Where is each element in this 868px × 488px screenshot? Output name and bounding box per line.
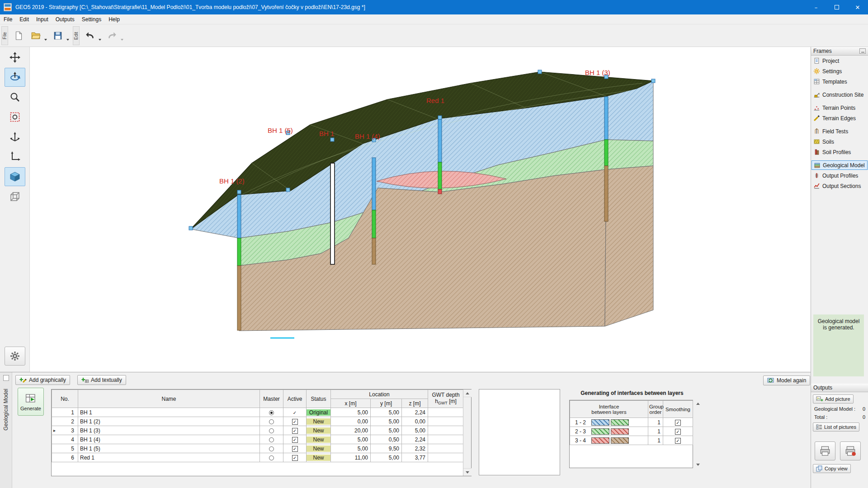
group-order-value[interactable]: 1 (648, 418, 663, 427)
gwt-depth[interactable] (428, 444, 464, 453)
interfaces-scroll-up-icon[interactable] (695, 401, 701, 406)
print-button[interactable] (815, 441, 835, 460)
borehole-name[interactable]: BH 1 (5) (78, 444, 260, 453)
undo-button[interactable] (81, 27, 99, 45)
borehole-name[interactable]: BH 1 (4) (78, 435, 260, 444)
borehole-bh1-2[interactable] (237, 195, 241, 330)
move-tool[interactable] (5, 48, 25, 67)
borehole-row[interactable]: ▸3 BH 1 (3) ✓ New 20,00 5,00 5,00 (52, 426, 464, 435)
axes-2d-tool[interactable] (5, 147, 25, 166)
frames-item-soils[interactable]: Soils (811, 136, 868, 147)
master-radio[interactable] (269, 410, 274, 415)
view-3d-tool[interactable] (5, 167, 25, 186)
borehole-row[interactable]: 1 BH 1 ✓ Original 5,00 5,00 2,24 (52, 408, 464, 417)
generate-button[interactable]: Generate (18, 388, 44, 416)
active-checkbox[interactable]: ✓ (293, 410, 297, 415)
model-canvas[interactable]: BH 1 (3) Red 1 BH 1 (5) BH 1 BH 1 (4) BH… (30, 47, 811, 372)
master-radio[interactable] (269, 455, 274, 460)
borehole-row[interactable]: 6 Red 1 ✓ New 11,00 5,00 3,77 (52, 453, 464, 462)
master-radio[interactable] (269, 446, 274, 451)
borehole-bh1-4[interactable] (372, 158, 376, 264)
gwt-depth[interactable] (428, 426, 464, 435)
save-file-button[interactable] (49, 27, 66, 45)
borehole-red1[interactable] (438, 119, 442, 194)
gwt-depth[interactable] (428, 408, 464, 417)
zoom-window-tool[interactable] (5, 108, 25, 127)
active-checkbox[interactable]: ✓ (292, 428, 298, 434)
borehole-bh1-3[interactable] (604, 97, 608, 221)
borehole-name[interactable]: Red 1 (78, 453, 260, 462)
add-picture-button[interactable]: Add picture (813, 394, 854, 404)
zoom-tool[interactable] (5, 88, 25, 107)
borehole-name[interactable]: BH 1 (3) (78, 426, 260, 435)
menu-input[interactable]: Input (33, 14, 52, 24)
open-dropdown-caret[interactable] (44, 39, 47, 41)
master-radio[interactable] (269, 437, 274, 442)
active-checkbox[interactable]: ✓ (292, 455, 298, 461)
active-checkbox[interactable]: ✓ (292, 419, 298, 425)
active-checkbox[interactable]: ✓ (292, 437, 298, 443)
close-button[interactable]: ✕ (847, 0, 868, 14)
group-order-value[interactable]: 1 (648, 427, 663, 436)
maximize-button[interactable] (826, 0, 847, 14)
x-coordinate[interactable]: 5,00 (331, 444, 371, 453)
frames-item-soil-profiles[interactable]: Soil Profiles (811, 147, 868, 157)
add-graphically-button[interactable]: Add graphically (15, 375, 70, 385)
borehole-bh1[interactable] (330, 163, 335, 264)
redo-button[interactable] (104, 27, 121, 45)
group-order-value[interactable]: 1 (648, 436, 663, 445)
active-checkbox[interactable]: ✓ (292, 446, 298, 452)
master-radio[interactable] (269, 419, 274, 424)
save-dropdown-caret[interactable] (66, 39, 69, 41)
scroll-up-icon[interactable] (463, 389, 472, 397)
frames-item-geological-model[interactable]: Geological Model (811, 160, 868, 170)
x-coordinate[interactable]: 0,00 (331, 417, 371, 426)
gwt-depth[interactable] (428, 417, 464, 426)
interface-row[interactable]: 2 - 3 1 ✓ (570, 427, 693, 436)
interface-row[interactable]: 1 - 2 1 ✓ (570, 418, 693, 427)
z-coordinate[interactable]: 3,77 (402, 453, 428, 462)
gwt-depth[interactable] (428, 453, 464, 462)
axes-3d-tool[interactable] (5, 127, 25, 146)
x-coordinate[interactable]: 5,00 (331, 408, 371, 417)
y-coordinate[interactable]: 5,00 (371, 417, 402, 426)
view-settings-button[interactable] (5, 347, 25, 366)
borehole-row[interactable]: 4 BH 1 (4) ✓ New 5,00 0,50 2,24 (52, 435, 464, 444)
x-coordinate[interactable]: 5,00 (331, 435, 371, 444)
toolbar-edit-group-tab[interactable]: Edit (73, 26, 80, 45)
smoothing-checkbox[interactable]: ✓ (675, 429, 681, 435)
add-textually-button[interactable]: Add textually (77, 375, 126, 385)
z-coordinate[interactable]: 2,24 (402, 435, 428, 444)
model-again-button[interactable]: Model again (763, 375, 810, 385)
y-coordinate[interactable]: 9,50 (371, 444, 402, 453)
frames-item-field-tests[interactable]: Field Tests (811, 126, 868, 136)
copy-view-button[interactable]: Copy view (813, 464, 851, 473)
gwt-depth[interactable] (428, 435, 464, 444)
frames-item-output-profiles[interactable]: Output Profiles (811, 170, 868, 181)
z-coordinate[interactable]: 2,24 (402, 408, 428, 417)
y-coordinate[interactable]: 0,50 (371, 435, 402, 444)
scroll-down-icon[interactable] (463, 468, 472, 476)
new-file-button[interactable] (10, 27, 27, 45)
z-coordinate[interactable]: 5,00 (402, 426, 428, 435)
menu-edit[interactable]: Edit (16, 14, 33, 24)
frame-side-tab[interactable]: Geological Model (0, 372, 12, 488)
list-of-pictures-button[interactable]: List of pictures (813, 422, 859, 432)
frames-item-project[interactable]: Project (811, 56, 868, 66)
print-settings-button[interactable] (840, 441, 861, 460)
y-coordinate[interactable]: 5,00 (371, 408, 402, 417)
undo-dropdown-caret[interactable] (99, 39, 101, 41)
z-coordinate[interactable]: 0,00 (402, 417, 428, 426)
smoothing-checkbox[interactable]: ✓ (675, 420, 681, 426)
frames-item-settings[interactable]: Settings (811, 66, 868, 76)
x-coordinate[interactable]: 11,00 (331, 453, 371, 462)
borehole-name[interactable]: BH 1 (78, 408, 260, 417)
menu-outputs[interactable]: Outputs (52, 14, 78, 24)
borehole-name[interactable]: BH 1 (2) (78, 417, 260, 426)
borehole-row[interactable]: 5 BH 1 (5) ✓ New 5,00 9,50 2,32 (52, 444, 464, 453)
frames-item-terrain-edges[interactable]: Terrain Edges (811, 113, 868, 123)
frames-item-templates[interactable]: Templates (811, 76, 868, 87)
master-radio[interactable] (269, 428, 274, 433)
borehole-row[interactable]: 2 BH 1 (2) ✓ New 0,00 5,00 0,00 (52, 417, 464, 426)
menu-file[interactable]: File (0, 14, 16, 24)
